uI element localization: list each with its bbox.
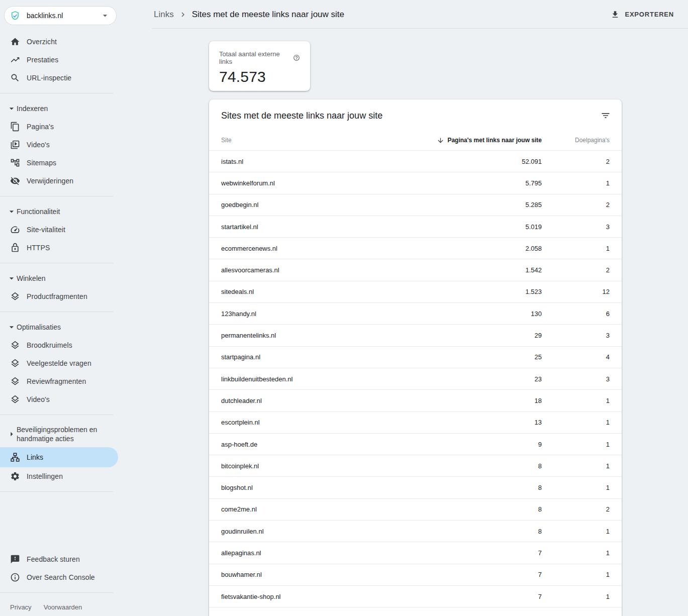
trending-up-icon xyxy=(10,55,20,65)
row-site: blogshot.nl xyxy=(221,484,421,491)
table-row[interactable]: startpagina.nl 25 4 xyxy=(209,346,622,368)
sidebar-item-site-vitaliteit[interactable]: Site-vitaliteit xyxy=(0,221,118,239)
row-site: bouwhamer.nl xyxy=(221,571,421,578)
search-icon xyxy=(10,73,20,83)
breadcrumb-links[interactable]: Links xyxy=(154,10,174,20)
table-row[interactable]: allepaginas.nl 7 1 xyxy=(209,542,622,563)
legal-links: Privacy Voorwaarden xyxy=(0,599,118,616)
row-target-pages-count: 1 xyxy=(542,462,610,470)
sidebar-item-paginas[interactable]: Pagina's xyxy=(0,118,118,136)
sidebar-item-reviewfragmenten[interactable]: Reviewfragmenten xyxy=(0,372,118,390)
filter-button[interactable] xyxy=(600,110,612,122)
top-linking-sites-card: Sites met de meeste links naar jouw site… xyxy=(209,99,622,616)
table-row[interactable]: goedbegin.nl 5.285 2 xyxy=(209,194,622,216)
sidebar-item-veelgestelde-vragen[interactable]: Veelgestelde vragen xyxy=(0,354,118,372)
sidebar-item-overzicht[interactable]: Overzicht xyxy=(0,33,118,51)
row-links-count: 7 xyxy=(421,593,542,600)
table-row[interactable]: dutchleader.nl 18 1 xyxy=(209,389,622,411)
sidebar-item-label: Video's xyxy=(27,395,50,403)
sidebar-item-sitemaps[interactable]: Sitemaps xyxy=(0,154,118,172)
property-selector[interactable]: backlinks.nl xyxy=(4,6,117,25)
sidebar-item-over-search-console[interactable]: Over Search Console xyxy=(0,568,118,586)
breadcrumb: Links Sites met de meeste links naar jou… xyxy=(154,10,344,20)
table-row[interactable]: allesvoorcameras.nl 1.542 2 xyxy=(209,259,622,280)
row-links-count: 5.795 xyxy=(421,179,542,187)
table-row[interactable]: 123handy.nl 130 6 xyxy=(209,302,622,324)
sidebar-item-broodkruimels[interactable]: Broodkruimels xyxy=(0,336,118,354)
row-links-count: 5.285 xyxy=(421,201,542,209)
row-target-pages-count: 1 xyxy=(542,419,610,426)
sidebar-item-url-inspectie[interactable]: URL-inspectie xyxy=(0,69,118,87)
row-target-pages-count: 1 xyxy=(542,245,610,252)
section-indexeren[interactable]: Indexeren xyxy=(0,99,118,118)
layers-icon xyxy=(10,340,20,350)
table-row[interactable]: fietsvakantie-shop.nl 7 1 xyxy=(209,585,622,607)
column-header-site[interactable]: Site xyxy=(221,137,421,144)
sidebar-item-prestaties[interactable]: Prestaties xyxy=(0,51,118,69)
section-winkelen[interactable]: Winkelen xyxy=(0,269,118,287)
table-row[interactable]: goudinruilen.nl 8 1 xyxy=(209,520,622,542)
row-site: goedbegin.nl xyxy=(221,201,421,209)
section-optimalisaties[interactable]: Optimalisaties xyxy=(0,318,118,336)
sidebar-item-label: Site-vitaliteit xyxy=(27,226,65,234)
column-header-links[interactable]: Pagina's met links naar jouw site xyxy=(421,137,542,144)
divider xyxy=(0,312,113,312)
section-beveiligingsproblemen[interactable]: Beveiligingsproblemen en handmatige acti… xyxy=(0,421,118,447)
row-site: startartikel.nl xyxy=(221,223,421,231)
row-target-pages-count: 1 xyxy=(542,484,610,491)
sidebar: backlinks.nl Overzicht Prestaties xyxy=(0,0,118,616)
sidebar-item-label: Reviewfragmenten xyxy=(27,377,86,385)
sidebar-footer: Feedback sturen Over Search Console Priv… xyxy=(0,550,118,616)
sidebar-item-instellingen[interactable]: Instellingen xyxy=(0,467,118,485)
row-site: linkbuildenuitbesteden.nl xyxy=(221,375,421,383)
sidebar-item-videos[interactable]: Video's xyxy=(0,136,118,154)
row-links-count: 7 xyxy=(421,549,542,557)
table-row[interactable]: asp-hoeft.de 9 1 xyxy=(209,433,622,455)
row-site: dutchleader.nl xyxy=(221,397,421,404)
sidebar-item-label: Over Search Console xyxy=(27,573,95,581)
table-row[interactable]: come2me.nl 8 2 xyxy=(209,498,622,520)
row-site: sitedeals.nl xyxy=(221,288,421,295)
arrow-drop-down-icon xyxy=(7,104,17,114)
column-header-targets[interactable]: Doelpagina's xyxy=(542,137,610,144)
sidebar-item-links[interactable]: Links xyxy=(0,447,118,467)
table-row[interactable]: istats.nl 52.091 2 xyxy=(209,150,622,172)
sidebar-item-label: Overzicht xyxy=(27,38,57,46)
property-name: backlinks.nl xyxy=(27,12,100,20)
table-row[interactable]: escortplein.nl 13 1 xyxy=(209,412,622,433)
sidebar-item-feedback-sturen[interactable]: Feedback sturen xyxy=(0,550,118,568)
export-button[interactable]: EXPORTEREN xyxy=(611,10,674,19)
chevron-down-icon xyxy=(100,11,110,21)
privacy-link[interactable]: Privacy xyxy=(10,603,32,611)
gauge-icon xyxy=(10,225,20,235)
table-row[interactable]: bouwhamer.nl 7 1 xyxy=(209,564,622,585)
row-site: asp-hoeft.de xyxy=(221,441,421,448)
section-functionaliteit[interactable]: Functionaliteit xyxy=(0,202,118,221)
table-row[interactable]: linkbuildenuitbesteden.nl 23 3 xyxy=(209,368,622,389)
table-row[interactable]: blogshot.nl 8 1 xyxy=(209,476,622,498)
sidebar-item-verwijderingen[interactable]: Verwijderingen xyxy=(0,172,118,190)
table-row[interactable]: ecommercenews.nl 2.058 1 xyxy=(209,237,622,259)
sidebar-item-https[interactable]: HTTPS xyxy=(0,239,118,257)
divider xyxy=(0,196,113,196)
summary-card-label: Totaal aantal externe links xyxy=(219,50,290,65)
row-links-count: 1.542 xyxy=(421,266,542,274)
row-target-pages-count: 4 xyxy=(542,353,610,361)
row-links-count: 7 xyxy=(421,571,542,578)
divider xyxy=(0,415,113,415)
row-target-pages-count: 2 xyxy=(542,266,610,274)
voorwaarden-link[interactable]: Voorwaarden xyxy=(44,603,82,611)
row-target-pages-count: 1 xyxy=(542,528,610,535)
row-site: permanentelinks.nl xyxy=(221,332,421,339)
table-row[interactable]: webwinkelforum.nl 5.795 1 xyxy=(209,172,622,193)
feedback-icon xyxy=(10,554,20,564)
table-row[interactable]: sitedeals.nl 1.523 12 xyxy=(209,281,622,302)
table-row[interactable]: permanentelinks.nl 29 3 xyxy=(209,324,622,346)
help-icon[interactable] xyxy=(293,54,300,61)
sidebar-item-productfragmenten[interactable]: Productfragmenten xyxy=(0,287,118,305)
table-row[interactable]: bitcoinplek.nl 8 1 xyxy=(209,455,622,476)
row-target-pages-count: 1 xyxy=(542,397,610,404)
table-row[interactable]: startartikel.nl 5.019 3 xyxy=(209,216,622,237)
sidebar-item-videos-optimalisaties[interactable]: Video's xyxy=(0,390,118,408)
sidebar-item-label: Broodkruimels xyxy=(27,341,72,349)
